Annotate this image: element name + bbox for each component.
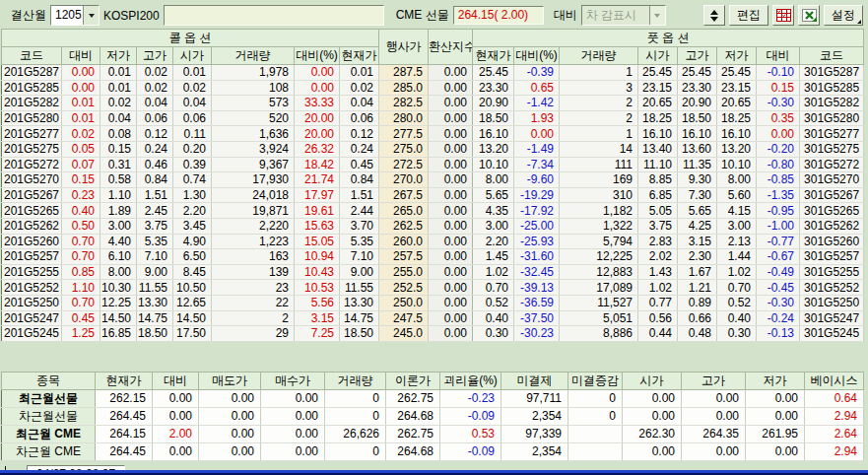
call-chg-pct: 33.33: [295, 96, 340, 111]
put-high: 7.30: [678, 187, 717, 203]
option-row[interactable]: 201G52700.150.580.840.7417,93021.740.842…: [2, 172, 864, 188]
put-volume: 5,051: [560, 310, 638, 326]
put-volume: 2: [560, 110, 638, 126]
call-low: 0.58: [100, 172, 137, 188]
col-call-open: 시가: [173, 47, 212, 65]
option-row[interactable]: 201G52451.2516.8518.5017.50297.2518.5024…: [2, 326, 864, 342]
option-row[interactable]: 201G52850.000.010.020.021080.000.02285.0…: [2, 80, 864, 96]
sum-low: 0.00: [746, 442, 805, 460]
put-chg-pct: -9.60: [514, 172, 560, 188]
call-chg-pct: 5.56: [295, 295, 340, 310]
call-chg-pct: 0.00: [295, 65, 340, 81]
call-high: 0.12: [137, 126, 173, 142]
put-chg: 0.35: [757, 110, 800, 126]
strike-price: 280.0: [379, 110, 429, 126]
sum-chg: 2.00: [153, 425, 199, 442]
call-low: 0.04: [100, 110, 137, 126]
display-mode-select[interactable]: 차 감표시: [581, 5, 666, 26]
call-price: 5.35: [340, 234, 379, 249]
call-chg: 0.70: [62, 295, 100, 310]
call-chg-pct: 10.53: [295, 280, 340, 296]
option-row[interactable]: 201G52500.7012.2513.3012.65225.5613.3025…: [2, 295, 864, 310]
put-chg: -0.13: [757, 326, 800, 342]
kospi200-input[interactable]: [164, 5, 384, 26]
call-high: 0.84: [137, 172, 173, 188]
sum-oi-change: [568, 442, 623, 460]
call-open: 2.20: [173, 203, 212, 219]
col-put-chg-pct: 대비(%): [514, 47, 560, 65]
option-row[interactable]: 201G52800.010.040.060.0652020.000.06280.…: [2, 110, 864, 126]
call-price: 18.50: [340, 326, 379, 342]
option-row[interactable]: 201G52820.010.020.040.0457333.330.04282.…: [2, 96, 864, 111]
put-chg: -0.67: [757, 249, 800, 265]
col-sum-theoretical: 이론가: [386, 372, 440, 389]
call-code: 201G5277: [2, 126, 62, 142]
col-sum-oi-change: 미결증감: [568, 372, 623, 389]
call-volume: 139: [212, 264, 295, 280]
summary-row[interactable]: 최근월선물262.150.000.000.000262.75-0.2397,71…: [2, 389, 864, 407]
excel-export-button[interactable]: [798, 5, 820, 26]
option-row[interactable]: 201G52570.706.107.106.5016310.947.10257.…: [2, 249, 864, 265]
sum-basis: 2.94: [805, 407, 864, 425]
menu-corner-icon: [857, 20, 861, 24]
option-row[interactable]: 201G52600.704.405.354.901,22315.055.3526…: [2, 234, 864, 249]
sum-open: 0.00: [623, 442, 682, 460]
put-chg: -0.45: [757, 280, 800, 296]
option-row[interactable]: 201G52550.858.009.008.4513910.439.00255.…: [2, 264, 864, 280]
call-volume: 1,223: [212, 234, 295, 249]
call-volume: 17,930: [212, 172, 295, 188]
settlement-month-select[interactable]: 1205: [50, 5, 100, 26]
sum-disparity-pct: -0.09: [440, 442, 501, 460]
call-low: 0.01: [100, 80, 137, 96]
call-code: 201G5265: [2, 203, 62, 219]
option-row[interactable]: 201G52521.1010.3011.5510.502310.5311.552…: [2, 280, 864, 296]
sum-name: 차근월선물: [2, 407, 96, 425]
put-volume: 8,886: [560, 326, 638, 342]
converted-index: 0.00: [429, 172, 473, 188]
summary-row[interactable]: 차근월선물264.450.000.000.000264.68-0.092,354…: [2, 407, 864, 425]
call-price: 14.75: [340, 310, 379, 326]
put-open: 5.05: [638, 203, 678, 219]
put-price: 23.30: [473, 80, 514, 96]
call-chg: 0.00: [62, 65, 100, 81]
summary-row[interactable]: 최근월 CME264.152.000.000.0026,626262.750.5…: [2, 425, 864, 442]
put-code: 301G5270: [800, 172, 864, 188]
put-code: 301G5285: [800, 80, 864, 96]
put-open: 13.40: [638, 141, 678, 157]
call-volume: 163: [212, 249, 295, 265]
sum-price: 264.15: [96, 425, 153, 442]
put-code: 301G5277: [800, 126, 864, 142]
call-code: 201G5285: [2, 80, 62, 96]
option-row[interactable]: 201G52770.020.080.120.111,63620.000.1227…: [2, 126, 864, 142]
option-row[interactable]: 201G52750.050.150.240.203,92426.320.2427…: [2, 141, 864, 157]
option-row[interactable]: 201G52870.000.010.020.011,9780.000.01287…: [2, 65, 864, 81]
put-chg-pct: -17.92: [514, 203, 560, 219]
settlement-dropdown-button[interactable]: [83, 6, 99, 25]
option-row[interactable]: 201G52620.503.003.753.452,22015.633.7026…: [2, 218, 864, 234]
edit-button[interactable]: 편집: [729, 5, 768, 26]
put-chg-pct: -36.59: [514, 295, 560, 310]
put-price: 25.45: [473, 65, 514, 81]
option-row[interactable]: 201G52670.231.101.511.3024,01817.971.512…: [2, 187, 864, 203]
option-row[interactable]: 201G52470.4514.5014.7514.5023.1514.75247…: [2, 310, 864, 326]
call-volume: 23: [212, 280, 295, 296]
call-high: 3.75: [137, 218, 173, 234]
put-volume: 3: [560, 80, 638, 96]
chart-grid-button[interactable]: [772, 5, 794, 26]
option-row[interactable]: 201G52650.401.892.452.2019,87119.612.442…: [2, 203, 864, 219]
put-chg-pct: -32.45: [514, 264, 560, 280]
put-chg-pct: 0.00: [514, 126, 560, 142]
option-row[interactable]: 201G52720.070.310.460.399,36718.420.4527…: [2, 157, 864, 172]
col-call-code: 코드: [2, 47, 62, 65]
call-high: 9.00: [137, 264, 173, 280]
call-open: 0.39: [173, 157, 212, 172]
call-code: 201G5255: [2, 264, 62, 280]
settings-button[interactable]: 설정: [824, 5, 863, 26]
spacer: [0, 342, 868, 372]
put-low: 18.25: [717, 110, 757, 126]
fit-rows-button[interactable]: [703, 5, 725, 26]
call-volume: 1,636: [212, 126, 295, 142]
summary-row[interactable]: 차근월 CME264.450.000.000.000264.68-0.092,3…: [2, 442, 864, 460]
display-mode-dropdown-button[interactable]: [649, 6, 665, 25]
put-high: 20.90: [678, 96, 717, 111]
